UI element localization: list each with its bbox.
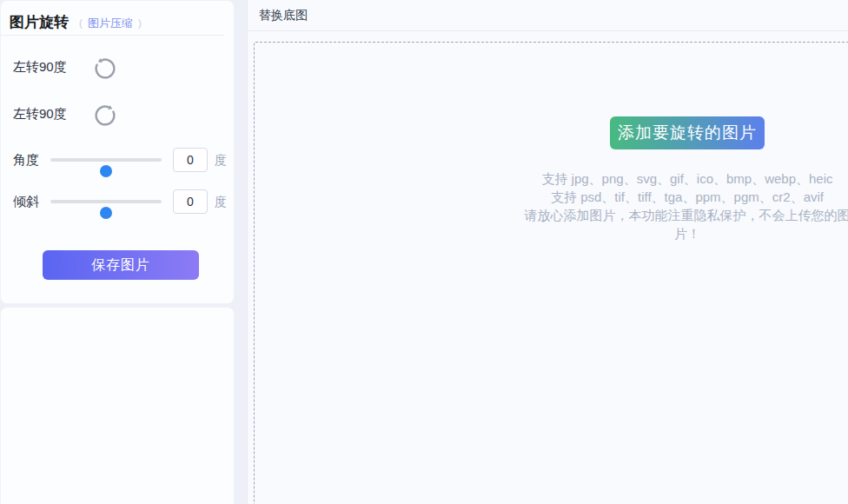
angle-row: 角度 度 [1, 147, 235, 173]
rotate-cw-button[interactable] [91, 101, 119, 129]
rotate-left-label: 左转90度 [13, 53, 91, 81]
sidebar-header: 图片旋转 （ 图片压缩 ） [10, 12, 148, 32]
angle-slider-thumb[interactable] [100, 165, 112, 177]
rotate-ccw-button[interactable] [91, 54, 119, 82]
skew-label: 倾斜 [13, 189, 39, 215]
paren-open: （ [72, 17, 83, 30]
skew-slider-track[interactable] [50, 200, 162, 203]
upload-block: 添加要旋转的图片 支持 jpg、png、svg、gif、ico、bmp、webp… [524, 116, 848, 242]
skew-slider-thumb[interactable] [100, 207, 112, 219]
angle-label: 角度 [13, 147, 39, 173]
compress-link[interactable]: 图片压缩 [88, 17, 133, 30]
angle-input[interactable] [173, 148, 208, 172]
skew-unit-label: 度 [215, 189, 227, 215]
main-header: 替换底图 [248, 0, 848, 31]
rotate-ccw-icon [91, 71, 119, 84]
save-image-button[interactable]: 保存图片 [43, 250, 199, 280]
privacy-note: 请放心添加图片，本功能注重隐私保护，不会上传您的图片！ [524, 206, 848, 242]
main-panel: 替换底图 添加要旋转的图片 支持 jpg、png、svg、gif、ico、bmp… [247, 0, 848, 504]
rotate-right-label: 左转90度 [13, 100, 91, 128]
supported-formats: 支持 jpg、png、svg、gif、ico、bmp、webp、heic 支持 … [524, 169, 848, 242]
paren-close: ） [136, 17, 148, 30]
angle-unit-label: 度 [215, 147, 227, 173]
sidebar-divider [1, 35, 224, 36]
skew-input[interactable] [173, 189, 208, 214]
rotate-cw-icon [91, 118, 119, 131]
angle-slider-track[interactable] [50, 158, 162, 162]
sidebar-empty-panel [0, 307, 235, 504]
replace-base-image-label: 替换底图 [259, 0, 308, 31]
page-title: 图片旋转 [10, 14, 69, 30]
sidebar-tools-panel: 图片旋转 （ 图片压缩 ） 左转90度 左转90度 [0, 0, 235, 304]
app-window: 图片旋转 （ 图片压缩 ） 左转90度 左转90度 [0, 0, 848, 504]
support-line-2: 支持 psd、tif、tiff、tga、ppm、pgm、cr2、avif [524, 188, 848, 206]
image-dropzone[interactable]: 添加要旋转的图片 支持 jpg、png、svg、gif、ico、bmp、webp… [254, 42, 848, 504]
support-line-1: 支持 jpg、png、svg、gif、ico、bmp、webp、heic [524, 169, 848, 188]
skew-row: 倾斜 度 [1, 189, 235, 215]
add-image-button[interactable]: 添加要旋转的图片 [610, 116, 765, 149]
